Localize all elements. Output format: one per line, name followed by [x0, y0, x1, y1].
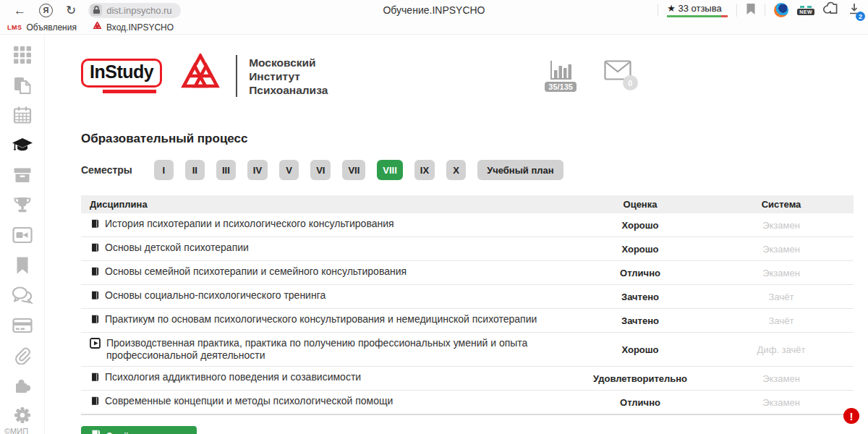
graduation-cap-icon[interactable] [12, 136, 33, 155]
grade-value: Хорошо [571, 244, 709, 255]
calendar-icon[interactable] [13, 106, 32, 124]
documents-icon[interactable] [13, 76, 32, 95]
sidebar: ©МИП [0, 35, 45, 434]
semester-tab-9[interactable]: IX [414, 160, 435, 180]
disciplines-table: Дисциплина Оценка Система История психот… [81, 195, 854, 415]
trophy-icon[interactable] [13, 196, 32, 215]
url-text: dist.inpsycho.ru [106, 5, 171, 16]
semester-tab-5[interactable]: V [279, 160, 299, 180]
grade-value: Хорошо [571, 220, 709, 231]
column-discipline: Дисциплина [81, 199, 571, 210]
semester-switcher: Семестры I II III IV V VI VII VIII IX X … [81, 160, 854, 180]
curriculum-button[interactable]: Учебный план [477, 160, 563, 180]
book-icon [90, 430, 101, 434]
logo-divider [236, 55, 237, 97]
archive-icon[interactable] [13, 166, 32, 184]
instudy-logo-text: InStudy [81, 59, 162, 88]
system-value: Диф. зачёт [709, 344, 854, 355]
divider [658, 4, 658, 17]
browser-logo-icon[interactable]: Я [39, 4, 53, 17]
system-value: Экзамен [709, 268, 854, 278]
bookmarks-bar: LMS Объявления Вход.INPSYCHO [0, 20, 868, 35]
site-rating[interactable]: ★ 33 отзыва [667, 3, 728, 17]
alert-icon[interactable]: ! [843, 408, 859, 424]
card-icon[interactable] [12, 316, 33, 335]
table-row[interactable]: Производственная практика, практика по п… [81, 332, 854, 366]
back-icon[interactable]: ← [14, 4, 26, 17]
semester-tab-10[interactable]: X [446, 160, 466, 180]
table-row[interactable]: Основы семейной психотерапии и семейного… [81, 260, 854, 284]
book-icon [90, 266, 99, 280]
lms-favicon: LMS [7, 24, 22, 31]
semester-tab-6[interactable]: VI [310, 160, 331, 180]
chat-icon[interactable] [12, 286, 33, 305]
semester-tab-4[interactable]: IV [247, 160, 268, 180]
book-icon [90, 314, 99, 328]
dashes-icon [800, 6, 812, 8]
column-system: Система [709, 199, 854, 210]
divider [736, 4, 737, 17]
video-icon[interactable] [12, 226, 33, 244]
site-header: InStudy Московский Институт Психоанализа… [81, 44, 854, 108]
table-row[interactable]: Современные концепции и методы психологи… [81, 390, 854, 414]
column-grade: Оценка [571, 199, 709, 210]
browser-profile-icon[interactable] [774, 3, 788, 17]
semester-tab-2[interactable]: II [185, 160, 205, 180]
book-icon [90, 372, 99, 386]
table-row[interactable]: Основы детской психотерапии Хорошо Экзам… [81, 237, 854, 260]
bookmark-announcements[interactable]: LMS Объявления [7, 22, 77, 33]
book-icon [90, 218, 99, 232]
progress-badge: 35/135 [545, 82, 576, 92]
page-title: Образовательный процесс [81, 132, 854, 146]
institute-name: Московский Институт Психоанализа [249, 56, 328, 97]
table-row[interactable]: Основы социально-психологического тренин… [81, 284, 854, 308]
bookmark-icon[interactable] [14, 256, 30, 275]
refresh-icon[interactable]: ↻ [66, 4, 76, 17]
progress-chart-icon[interactable]: 35/135 [545, 60, 576, 92]
table-row[interactable]: Психология аддиктивного поведения и соза… [81, 366, 854, 390]
extensions-icon[interactable] [823, 1, 839, 19]
grade-value: Отлично [571, 268, 709, 278]
grade-value: Хорошо [571, 344, 709, 355]
semester-tab-1[interactable]: I [154, 160, 174, 180]
rating-bar [667, 15, 728, 17]
system-value: Экзамен [709, 244, 854, 255]
semester-tab-3[interactable]: III [216, 160, 236, 180]
instudy-logo-underline [103, 90, 156, 93]
semesters-label: Семестры [81, 164, 132, 176]
book-icon [90, 242, 99, 256]
star-icon: ★ [667, 3, 676, 14]
puzzle-icon[interactable] [13, 376, 32, 395]
browser-toolbar: ← Я ↻ dist.inpsycho.ru Обучение.INPSYCHO… [0, 0, 868, 20]
grid-icon[interactable] [14, 46, 31, 64]
table-row[interactable]: История психотерапии и психологического … [81, 213, 854, 237]
book-icon [90, 396, 99, 409]
gradebook-button[interactable]: Зачётная книжка [81, 426, 197, 434]
copyright-label: ©МИП [4, 427, 28, 434]
semester-tab-7[interactable]: VII [342, 160, 365, 180]
bookmark-login[interactable]: Вход.INPSYCHO [93, 22, 174, 33]
downloads-icon[interactable]: 2 [848, 2, 861, 18]
system-value: Экзамен [709, 220, 854, 231]
mail-icon[interactable]: 0 [604, 60, 631, 83]
rating-label: 33 отзыва [678, 3, 721, 14]
bookmark-label: Объявления [27, 22, 77, 33]
lock-icon [90, 4, 102, 16]
table-row[interactable]: Практикум по основам психологического ко… [81, 308, 854, 332]
grade-value: Зачтено [571, 292, 709, 302]
paperclip-icon[interactable] [13, 346, 32, 365]
divider [765, 4, 765, 17]
book-icon [90, 290, 99, 304]
table-header: Дисциплина Оценка Система [81, 195, 854, 213]
new-extension-icon[interactable]: NEW [797, 6, 814, 15]
bookmark-flag-icon[interactable] [746, 3, 756, 18]
grade-value: Отлично [571, 397, 709, 408]
tab-title: Обучение.INPSYCHO [383, 4, 485, 16]
address-bar[interactable]: dist.inpsycho.ru [88, 3, 180, 18]
new-badge: NEW [797, 9, 814, 15]
downloads-badge: 2 [856, 12, 865, 21]
gear-icon[interactable] [13, 406, 32, 425]
semester-tab-8-active[interactable]: VIII [377, 160, 403, 180]
instudy-logo[interactable]: InStudy [81, 59, 162, 93]
mip-triangle-logo [178, 54, 223, 98]
